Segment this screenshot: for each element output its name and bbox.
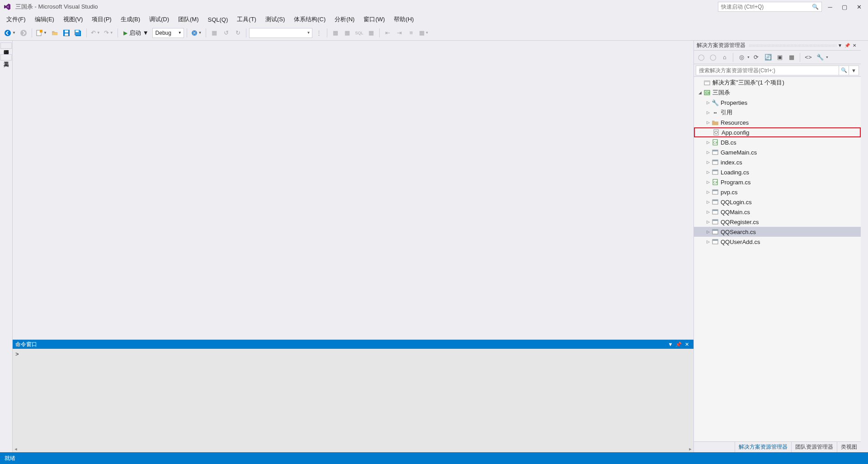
expander-icon[interactable]: ▷ [705,230,711,234]
se-collapse-button[interactable]: ▣ [774,52,785,63]
tb-icon-4[interactable]: ⋮ [313,28,324,38]
nav-back-button[interactable]: ▼ [3,28,17,38]
se-view-code-button[interactable]: <> [803,52,814,63]
menu-2[interactable]: 视图(V) [59,14,87,25]
tree-node-6[interactable]: ▷index.cs [694,157,861,167]
left-tab-1[interactable]: 工具箱 [0,54,12,61]
right-edge-scrollbar[interactable] [861,41,868,452]
tree-node-4[interactable]: ▷C#DB.cs [694,137,861,147]
se-scope-button[interactable]: ◎ [736,52,747,63]
se-home-button[interactable]: ⌂ [719,52,730,63]
tree-node-1[interactable]: ▷▪▪引用 [694,108,861,117]
search-icon[interactable]: 🔍 [839,66,849,75]
maximize-button[interactable]: ▢ [838,2,851,12]
close-icon[interactable]: ✕ [851,43,858,48]
expander-icon[interactable]: ▷ [705,140,711,145]
se-properties-button[interactable]: 🔧 [815,52,826,63]
command-scrollbar[interactable]: ◄► [13,446,693,452]
left-tab-0[interactable]: 服务器资源管理器 [0,42,12,49]
tree-solution[interactable]: 解决方案"三国杀"(1 个项目) [694,78,861,88]
expander-icon[interactable]: ▷ [705,200,711,204]
save-all-button[interactable] [73,28,84,38]
menu-9[interactable]: 测试(S) [261,14,289,25]
menu-11[interactable]: 分析(N) [330,14,359,25]
menu-10[interactable]: 体系结构(C) [289,14,330,25]
expander-icon[interactable]: ▷ [705,120,711,125]
quick-launch-input[interactable]: 快速启动 (Ctrl+Q) 🔍 [718,2,822,12]
solution-search-input[interactable] [696,66,839,75]
undo-button[interactable]: ↶▼ [90,28,102,38]
redo-button[interactable]: ↷▼ [103,28,115,38]
tb-icon-7[interactable]: ⇥ [394,28,405,38]
expander-icon[interactable]: ▷ [705,100,711,105]
se-show-all-button[interactable]: ▦ [786,52,797,63]
empty-dropdown[interactable]: ▼ [249,28,312,38]
tb-icon-6[interactable]: ⇤ [382,28,393,38]
expander-icon[interactable]: ▷ [705,180,711,184]
tb-icon-5[interactable]: ▦ [366,28,377,38]
new-item-button[interactable]: ▼ [35,28,48,38]
tree-node-11[interactable]: ▷QQMain.cs [694,207,861,217]
expander-icon[interactable]: ▷ [705,150,711,155]
tb-icon-9[interactable]: ▦▼ [418,28,430,38]
se-refresh-button[interactable]: ⟳ [751,52,762,63]
menu-4[interactable]: 生成(B) [116,14,145,25]
menu-1[interactable]: 编辑(E) [30,14,59,25]
close-icon[interactable]: ✕ [683,342,691,347]
panel-menu-icon[interactable]: ▼ [666,342,675,347]
se-bottom-tab-0[interactable]: 解决方案资源管理器 [735,442,791,452]
command-window-header[interactable]: 命令窗口 ▼ 📌 ✕ [13,340,693,349]
open-file-button[interactable] [49,28,60,38]
command-window-body[interactable]: > [13,349,693,446]
menu-0[interactable]: 文件(F) [2,14,30,25]
menu-6[interactable]: 团队(M) [174,14,203,25]
save-button[interactable] [61,28,72,38]
solution-explorer-title-bar[interactable]: 解决方案资源管理器 ▼ 📌 ✕ [694,41,861,51]
tree-node-5[interactable]: ▷GameMain.cs [694,147,861,157]
tree-node-14[interactable]: ▷QQUserAdd.cs [694,237,861,247]
se-forward-button[interactable]: ◯ [708,52,718,63]
expander-icon[interactable]: ▷ [705,239,711,244]
se-bottom-tab-1[interactable]: 团队资源管理器 [791,442,837,452]
search-options-icon[interactable]: ▼ [849,66,859,75]
tree-node-9[interactable]: ▷pvp.cs [694,187,861,197]
pin-icon[interactable]: 📌 [675,342,683,347]
tree-node-8[interactable]: ▷C#Program.cs [694,177,861,187]
expander-icon[interactable]: ▷ [705,110,711,115]
se-sync-button[interactable]: 🔄 [763,52,774,63]
expander-icon[interactable]: ◢ [697,90,703,95]
tb-icon-img[interactable]: ▦ [330,28,341,38]
tb-icon-sql[interactable]: SQL [354,28,364,38]
menu-8[interactable]: 工具(T) [232,14,261,25]
tb-icon-8[interactable]: ≡ [406,28,417,38]
config-select[interactable]: Debug ▼ [152,28,184,38]
tb-icon-1[interactable]: ▦ [209,28,220,38]
menu-5[interactable]: 调试(D) [145,14,174,25]
tb-icon-2[interactable]: ↺ [221,28,231,38]
expander-icon[interactable]: ▷ [705,210,711,214]
tb-icon-grid[interactable]: ▦ [342,28,353,38]
se-bottom-tab-2[interactable]: 类视图 [837,442,861,452]
expander-icon[interactable]: ▷ [705,170,711,174]
menu-12[interactable]: 窗口(W) [359,14,389,25]
tb-icon-3[interactable]: ↻ [232,28,243,38]
menu-3[interactable]: 项目(P) [87,14,116,25]
menu-13[interactable]: 帮助(H) [389,14,418,25]
tree-node-13[interactable]: ▷QQSearch.cs [694,227,861,237]
tree-node-2[interactable]: ▷Resources [694,117,861,127]
browser-link-button[interactable]: ▼ [190,28,203,38]
tree-node-12[interactable]: ▷QQRegister.cs [694,217,861,227]
expander-icon[interactable]: ▷ [705,220,711,224]
nav-forward-button[interactable] [18,28,29,38]
start-debug-button[interactable]: ▶ 启动 ▼ [121,28,151,38]
expander-icon[interactable]: ▷ [705,160,711,164]
se-back-button[interactable]: ◯ [696,52,707,63]
close-button[interactable]: ✕ [853,2,865,12]
pin-icon[interactable]: 📌 [844,43,851,48]
tree-node-0[interactable]: ▷🔧Properties [694,98,861,108]
tree-node-3[interactable]: App.config [694,127,861,137]
minimize-button[interactable]: ─ [824,2,836,12]
menu-7[interactable]: SQL(Q) [203,15,233,24]
expander-icon[interactable]: ▷ [705,190,711,194]
tree-project[interactable]: ◢C#三国杀 [694,88,861,98]
